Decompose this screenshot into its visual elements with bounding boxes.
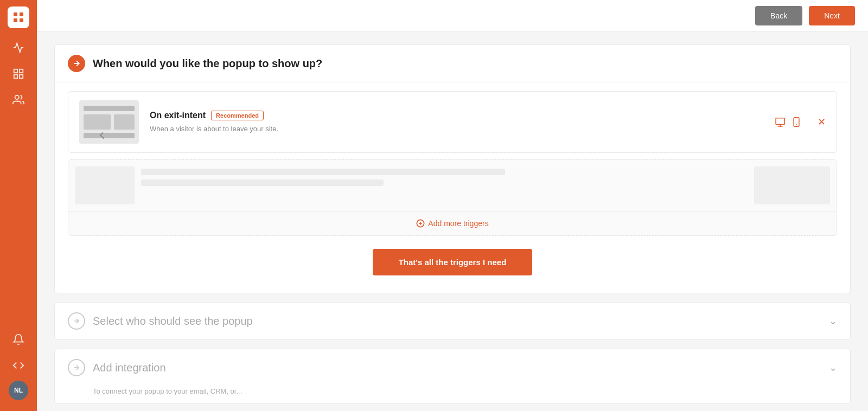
svg-rect-0	[14, 12, 17, 16]
triggers-section: When would you like the popup to show up…	[54, 44, 851, 293]
trigger-title-row: On exit-intent Recommended	[150, 111, 764, 120]
audience-section: Select who should see the popup ⌄	[54, 302, 851, 340]
svg-rect-10	[776, 118, 784, 125]
triggers-section-header: When would you like the popup to show up…	[55, 45, 850, 82]
add-trigger-placeholder	[68, 160, 837, 211]
content: When would you like the popup to show up…	[37, 31, 868, 411]
sidebar-item-code[interactable]	[8, 355, 29, 376]
logo-icon	[12, 11, 25, 24]
integration-section-title: Add integration	[93, 362, 166, 374]
desktop-icon	[775, 117, 787, 127]
placeholder-thumbnail	[75, 166, 135, 204]
trigger-name: On exit-intent	[150, 111, 206, 120]
audience-chevron-icon: ⌄	[829, 315, 837, 327]
add-trigger-area: Add more triggers	[68, 159, 837, 236]
triggers-section-title: When would you like the popup to show up…	[93, 57, 322, 70]
topbar: Back Next	[37, 0, 868, 31]
trigger-delete-button[interactable]: ✕	[818, 116, 826, 128]
avatar[interactable]: NL	[9, 381, 28, 400]
svg-rect-2	[14, 18, 17, 22]
arrow-right-icon	[72, 59, 81, 68]
svg-rect-4	[14, 69, 17, 73]
svg-rect-6	[14, 75, 17, 78]
svg-rect-7	[20, 75, 23, 78]
add-trigger-btn-row: Add more triggers	[68, 211, 837, 235]
audience-section-header[interactable]: Select who should see the popup ⌄	[55, 303, 850, 339]
sidebar-item-analytics[interactable]	[8, 37, 29, 59]
trigger-description: When a visitor is about to leave your si…	[150, 125, 278, 133]
svg-point-8	[15, 95, 19, 99]
main-content: Back Next When would you like the popup …	[37, 0, 868, 411]
audience-section-title: Select who should see the popup	[93, 315, 253, 327]
sidebar-item-users[interactable]	[8, 89, 29, 111]
svg-rect-5	[20, 69, 23, 73]
placeholder-right	[754, 166, 830, 204]
trigger-info: On exit-intent Recommended When a visito…	[150, 111, 764, 133]
arrow-right-inactive-icon	[73, 317, 80, 325]
add-more-triggers-button[interactable]: Add more triggers	[416, 219, 488, 228]
sidebar-item-notifications[interactable]	[8, 329, 29, 350]
svg-rect-1	[20, 12, 23, 16]
next-button[interactable]: Next	[809, 6, 855, 25]
svg-rect-13	[794, 118, 799, 126]
placeholder-line-2	[141, 179, 384, 186]
audience-section-left: Select who should see the popup	[68, 312, 253, 330]
sidebar: NL	[0, 0, 37, 411]
thats-all-row: That's all the triggers I need	[68, 236, 837, 280]
add-trigger-label: Add more triggers	[428, 219, 488, 228]
plus-circle-icon	[416, 219, 425, 228]
grid-icon	[12, 68, 24, 80]
bell-icon	[12, 333, 24, 345]
thats-all-button[interactable]: That's all the triggers I need	[373, 249, 533, 275]
code-icon	[12, 359, 24, 371]
trigger-device-icons	[775, 117, 800, 127]
mobile-icon	[793, 117, 800, 127]
sidebar-logo[interactable]	[8, 7, 29, 28]
audience-arrow-icon	[68, 312, 85, 330]
triggers-arrow-icon	[68, 55, 85, 72]
integration-section-left: Add integration	[68, 359, 166, 376]
svg-rect-3	[20, 18, 23, 22]
integration-arrow-icon	[68, 359, 85, 376]
trigger-thumbnail	[79, 100, 139, 144]
triggers-section-body: On exit-intent Recommended When a visito…	[55, 82, 850, 293]
users-icon	[12, 94, 24, 106]
integration-chevron-icon: ⌄	[829, 362, 837, 374]
back-button[interactable]: Back	[755, 6, 802, 25]
integration-section-header[interactable]: Add integration ⌄	[55, 349, 850, 386]
sidebar-item-grid[interactable]	[8, 63, 29, 85]
integration-section: Add integration ⌄ To connect your popup …	[54, 349, 851, 404]
placeholder-line-1	[141, 169, 505, 175]
trigger-exit-intent-row: On exit-intent Recommended When a visito…	[68, 91, 837, 153]
placeholder-lines	[141, 160, 748, 211]
analytics-icon	[12, 42, 24, 54]
integration-subtitle: To connect your popup to your email, CRM…	[93, 387, 242, 395]
arrow-right-inactive-2-icon	[73, 364, 80, 371]
recommended-badge: Recommended	[211, 111, 264, 120]
